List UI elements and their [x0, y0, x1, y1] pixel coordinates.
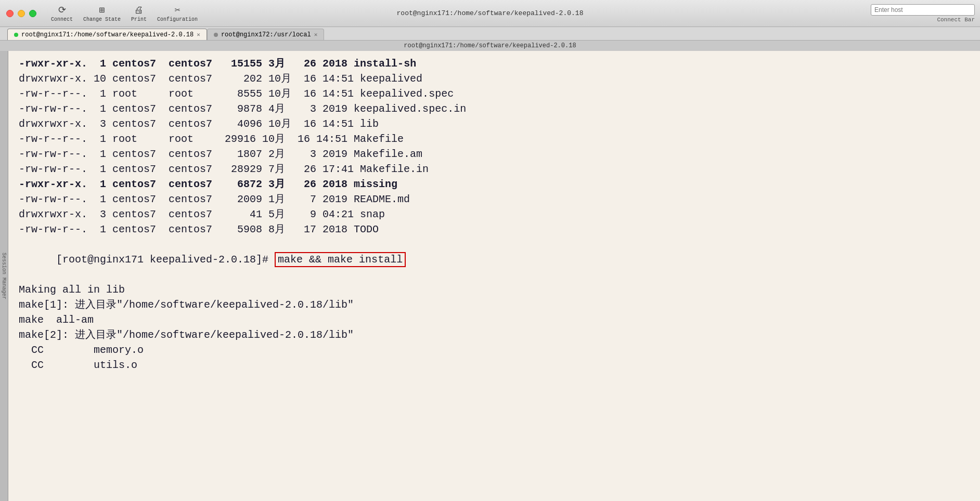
tab-label-1: root@nginx171:/home/software/keepalived-… [21, 31, 194, 38]
connect-button[interactable]: ⟳ Connect [47, 3, 77, 23]
term-line-3: -rw-r--r--. 1 root root 8555 10月 16 14:5… [19, 86, 970, 101]
command-text: make && make install [278, 254, 403, 266]
tab-close-icon-1[interactable]: ✕ [197, 31, 200, 38]
configuration-label: Configuration [157, 17, 198, 22]
output-line-3: make all-am [19, 312, 970, 327]
connect-label: Connect [51, 17, 73, 22]
change-state-button[interactable]: ⊞ Change State [79, 3, 125, 23]
window-controls [0, 10, 36, 17]
tab-status-dot [14, 33, 18, 37]
change-state-icon: ⊞ [99, 4, 105, 16]
window-title: root@nginx171:/home/software/keepalived-… [397, 9, 584, 17]
tab-status-dot-2 [214, 33, 218, 37]
configuration-icon: ✂ [175, 4, 180, 16]
output-line-1: Making all in lib [19, 282, 970, 297]
prompt-text: [root@nginx171 keepalived-2.0.18]# [56, 254, 275, 266]
close-button[interactable] [6, 10, 14, 17]
tabbar: root@nginx171:/home/software/keepalived-… [0, 27, 980, 41]
command-box: make && make install [275, 252, 406, 267]
terminal-area[interactable]: -rwxr-xr-x. 1 centos7 centos7 15155 3月 2… [8, 51, 980, 501]
tab-nginx171[interactable]: root@nginx171:/home/software/keepalived-… [7, 29, 207, 40]
connect-bar-label[interactable]: Connect Bar [937, 17, 975, 23]
term-line-5: drwxrwxr-x. 3 centos7 centos7 4096 10月 1… [19, 116, 970, 131]
host-input[interactable] [871, 4, 975, 16]
command-prompt-line: [root@nginx171 keepalived-2.0.18]# make … [19, 237, 970, 282]
titlebar: ⟳ Connect ⊞ Change State 🖨 Print ✂ Confi… [0, 0, 980, 27]
output-line-4: make[2]: 进入目录"/home/software/keepalived-… [19, 327, 970, 342]
session-manager-label: Session Manager [1, 253, 7, 299]
term-line-2: drwxrwxr-x. 10 centos7 centos7 202 10月 1… [19, 71, 970, 86]
toolbar: ⟳ Connect ⊞ Change State 🖨 Print ✂ Confi… [36, 3, 202, 23]
term-line-8: -rw-rw-r--. 1 centos7 centos7 28929 7月 2… [19, 162, 970, 177]
connect-icon: ⟳ [58, 4, 66, 16]
term-line-9: -rwxr-xr-x. 1 centos7 centos7 6872 3月 26… [19, 177, 970, 192]
change-state-label: Change State [83, 17, 121, 22]
term-line-7: -rw-rw-r--. 1 centos7 centos7 1807 2月 3 … [19, 147, 970, 162]
output-line-6: CC utils.o [19, 358, 970, 373]
session-manager-sidebar[interactable]: Session Manager [0, 51, 8, 501]
output-line-2: make[1]: 进入目录"/home/software/keepalived-… [19, 297, 970, 312]
term-line-1: -rwxr-xr-x. 1 centos7 centos7 15155 3月 2… [19, 56, 970, 71]
print-button[interactable]: 🖨 Print [127, 4, 151, 23]
term-line-11: drwxrwxr-x. 3 centos7 centos7 41 5月 9 04… [19, 207, 970, 222]
term-line-12: -rw-rw-r--. 1 centos7 centos7 5908 8月 17… [19, 222, 970, 237]
window-title-strip: root@nginx171:/home/software/keepalived-… [0, 41, 980, 51]
minimize-button[interactable] [18, 10, 25, 17]
print-label: Print [131, 17, 147, 22]
tab-label-2: root@nginx172:/usr/local [221, 31, 311, 38]
term-line-4: -rw-rw-r--. 1 centos7 centos7 9878 4月 3 … [19, 101, 970, 116]
output-line-5: CC memory.o [19, 342, 970, 358]
print-icon: 🖨 [134, 5, 144, 16]
configuration-button[interactable]: ✂ Configuration [153, 3, 202, 23]
window-title-text: root@nginx171:/home/software/keepalived-… [404, 42, 576, 49]
term-line-6: -rw-r--r--. 1 root root 29916 10月 16 14:… [19, 131, 970, 147]
maximize-button[interactable] [29, 10, 36, 17]
term-line-10: -rw-rw-r--. 1 centos7 centos7 2009 1月 7 … [19, 192, 970, 207]
tab-nginx172[interactable]: root@nginx172:/usr/local ✕ [207, 29, 324, 40]
main-area: Session Manager -rwxr-xr-x. 1 centos7 ce… [0, 51, 980, 501]
tab-close-icon-2[interactable]: ✕ [314, 31, 318, 38]
host-input-area: Connect Bar [871, 4, 975, 23]
